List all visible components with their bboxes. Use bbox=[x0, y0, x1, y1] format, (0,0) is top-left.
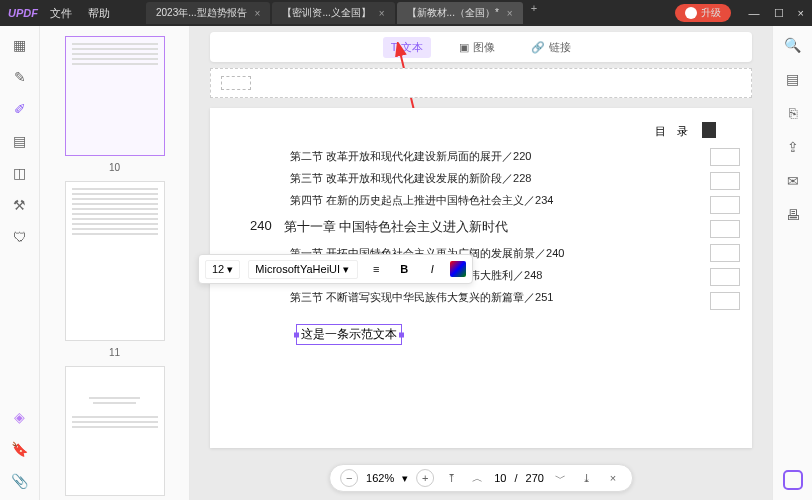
share-icon[interactable]: ⇪ bbox=[784, 138, 802, 156]
user-icon bbox=[685, 7, 697, 19]
editing-textbox[interactable]: 这是一条示范文本 bbox=[296, 324, 402, 345]
organize-icon[interactable]: ▤ bbox=[11, 132, 29, 150]
maximize-icon[interactable]: ☐ bbox=[774, 7, 784, 20]
close-icon[interactable]: × bbox=[255, 8, 261, 19]
toc-marker bbox=[702, 122, 716, 138]
edit-icon[interactable]: ✐ bbox=[11, 100, 29, 118]
text-tool-button[interactable]: T文本 bbox=[383, 37, 432, 58]
first-page-icon[interactable]: ⤒ bbox=[442, 469, 460, 487]
search-icon[interactable]: 🔍 bbox=[784, 36, 802, 54]
page-total: 270 bbox=[526, 472, 544, 484]
color-picker[interactable] bbox=[450, 261, 466, 277]
app-logo: UPDF bbox=[8, 7, 38, 19]
thumbnails-icon[interactable]: ▦ bbox=[11, 36, 29, 54]
tab-0[interactable]: 2023年...型趋势报告× bbox=[146, 2, 270, 24]
prev-page-icon[interactable]: ︿ bbox=[468, 469, 486, 487]
protect-icon[interactable]: 🛡 bbox=[11, 228, 29, 246]
close-bar-icon[interactable]: × bbox=[604, 469, 622, 487]
resize-handle-left[interactable] bbox=[294, 332, 299, 337]
link-icon: 🔗 bbox=[531, 41, 545, 54]
ai-assistant-icon[interactable] bbox=[783, 470, 803, 490]
text-icon: T bbox=[391, 41, 398, 53]
tab-2[interactable]: 【新教材...（全国）*× bbox=[397, 2, 523, 24]
toc-title: 目 录 bbox=[655, 124, 692, 139]
page-side-marks bbox=[710, 148, 740, 316]
font-size-select[interactable]: 12 ▾ bbox=[205, 260, 240, 279]
chapter-header: 240 第十一章 中国特色社会主义进入新时代 bbox=[250, 218, 712, 236]
next-page-icon[interactable]: ﹀ bbox=[552, 469, 570, 487]
thumbnail-10[interactable] bbox=[65, 36, 165, 156]
chevron-down-icon: ▾ bbox=[227, 263, 233, 275]
thumbnail-panel: 10 11 12 bbox=[40, 26, 190, 500]
ocr-icon[interactable]: ▤ bbox=[784, 70, 802, 88]
zoom-page-bar: − 162% ▾ + ⤒ ︿ 10 / 270 ﹀ ⤓ × bbox=[329, 464, 633, 492]
toc-entry: 第三节 不断谱写实现中华民族伟大复兴的新篇章／251 bbox=[290, 290, 712, 305]
last-page-icon[interactable]: ⤓ bbox=[578, 469, 596, 487]
bookmark-icon[interactable]: 🔖 bbox=[11, 440, 29, 458]
resize-handle-right[interactable] bbox=[399, 332, 404, 337]
crop-icon[interactable]: ◫ bbox=[11, 164, 29, 182]
tools-icon[interactable]: ⚒ bbox=[11, 196, 29, 214]
toc-entry: 第二节 改革开放和现代化建设新局面的展开／220 bbox=[290, 149, 712, 164]
attachment-icon[interactable]: 📎 bbox=[11, 472, 29, 490]
toc-entry: 第四节 在新的历史起点上推进中国特色社会主义／234 bbox=[290, 193, 712, 208]
italic-button[interactable]: I bbox=[422, 259, 442, 279]
print-icon[interactable]: 🖶 bbox=[784, 206, 802, 224]
align-icon[interactable]: ≡ bbox=[366, 259, 386, 279]
bold-button[interactable]: B bbox=[394, 259, 414, 279]
menu-help[interactable]: 帮助 bbox=[88, 6, 110, 21]
chevron-down-icon: ▾ bbox=[343, 263, 349, 275]
zoom-out-icon[interactable]: − bbox=[340, 469, 358, 487]
export-icon[interactable]: ⎘ bbox=[784, 104, 802, 122]
text-format-toolbar: 12 ▾ MicrosoftYaHeiUI ▾ ≡ B I bbox=[198, 254, 473, 284]
tab-1[interactable]: 【密训资...义全国】× bbox=[272, 2, 394, 24]
image-tool-button[interactable]: ▣图像 bbox=[451, 37, 503, 58]
upgrade-button[interactable]: 升级 bbox=[675, 4, 731, 22]
thumbnail-12[interactable] bbox=[65, 366, 165, 496]
close-icon[interactable]: × bbox=[507, 8, 513, 19]
page-current[interactable]: 10 bbox=[494, 472, 506, 484]
chevron-down-icon[interactable]: ▾ bbox=[402, 472, 408, 485]
toc-entry: 第三节 改革开放和现代化建设发展的新阶段／228 bbox=[290, 171, 712, 186]
image-icon: ▣ bbox=[459, 41, 469, 54]
thumbnail-11[interactable] bbox=[65, 181, 165, 341]
gem-icon[interactable]: ◈ bbox=[11, 408, 29, 426]
zoom-value: 162% bbox=[366, 472, 394, 484]
close-window-icon[interactable]: × bbox=[798, 7, 804, 20]
add-tab-icon[interactable]: + bbox=[531, 2, 537, 24]
email-icon[interactable]: ✉ bbox=[784, 172, 802, 190]
font-family-select[interactable]: MicrosoftYaHeiUI ▾ bbox=[248, 260, 358, 279]
edit-toolbar: T文本 ▣图像 🔗链接 bbox=[210, 32, 752, 62]
zoom-in-icon[interactable]: + bbox=[416, 469, 434, 487]
link-tool-button[interactable]: 🔗链接 bbox=[523, 37, 579, 58]
close-icon[interactable]: × bbox=[379, 8, 385, 19]
page-header-strip bbox=[210, 68, 752, 98]
minimize-icon[interactable]: — bbox=[749, 7, 760, 20]
menu-file[interactable]: 文件 bbox=[50, 6, 72, 21]
comment-icon[interactable]: ✎ bbox=[11, 68, 29, 86]
